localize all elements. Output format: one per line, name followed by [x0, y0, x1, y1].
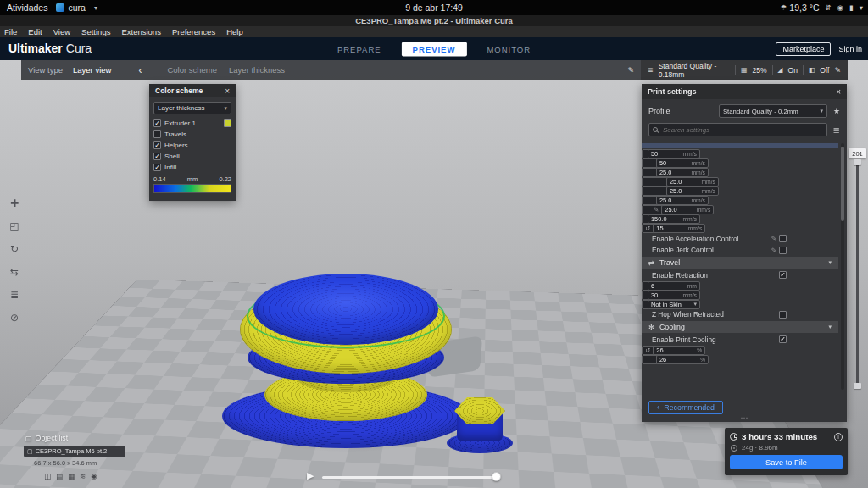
setting-row-enable-jerk-control[interactable]: Enable Jerk Control✎	[642, 245, 838, 257]
reset-icon[interactable]: ↺	[645, 225, 650, 232]
profile-dropdown[interactable]: Standard Quality - 0.2mm ▾	[719, 104, 827, 118]
setting-value-field[interactable]: 30mm/s	[648, 291, 700, 300]
object-list-item[interactable]: ▢ CE3PRO_Tampa M6 pt.2	[24, 446, 125, 457]
volume-icon[interactable]: ◉	[837, 3, 843, 12]
tab-monitor[interactable]: MONITOR	[487, 44, 531, 53]
battery-icon[interactable]: ▮	[849, 3, 854, 12]
network-icon[interactable]: ⇵	[825, 3, 831, 12]
menu-file[interactable]: File	[4, 27, 17, 36]
tool-scale[interactable]: ◰	[4, 216, 25, 236]
scheme-dropdown[interactable]: Layer thickness ▾	[153, 102, 231, 114]
settings-summary-bar[interactable]: ≣ Standard Quality - 0.18mm ▦ 25% ◢ On ◧…	[641, 60, 848, 80]
checkbox-shell[interactable]: ✓	[153, 152, 161, 160]
setting-row-travel-speed[interactable]: Travel Speed150.0mm/s	[642, 214, 694, 224]
pencil-icon[interactable]: ✎	[627, 66, 634, 75]
current-layer-indicator[interactable]: 201	[849, 148, 866, 158]
menu-preferences[interactable]: Preferences	[172, 27, 215, 36]
setting-checkbox[interactable]: ✓	[779, 271, 787, 279]
setting-checkbox[interactable]: ✓	[779, 336, 787, 343]
sign-in-button[interactable]: Sign in	[838, 45, 862, 53]
simulation-slider-handle[interactable]	[492, 472, 501, 481]
setting-row-combing-mode[interactable]: Combing ModeNot in Skin▾	[642, 300, 694, 309]
layer-slider-track[interactable]	[856, 161, 859, 388]
setting-row-regular-fan-speed[interactable]: Regular Fan Speed26%	[642, 355, 694, 364]
setting-row-support-speed[interactable]: Support Speed✎25.0mm/s	[642, 205, 694, 214]
setting-row-initial-layer-speed[interactable]: Initial Layer Speed↺15mm/s	[642, 224, 694, 233]
setting-visibility-menu-icon[interactable]: ≣	[833, 125, 840, 135]
setting-value-field[interactable]: 26%	[656, 355, 709, 364]
search-input[interactable]	[661, 125, 823, 135]
setting-value-field[interactable]: 25.0mm/s	[656, 196, 709, 205]
setting-value-field[interactable]: 25.0mm/s	[661, 205, 714, 214]
play-button[interactable]: ▶	[307, 470, 314, 481]
setting-checkbox[interactable]	[779, 235, 787, 242]
pencil-icon[interactable]: ✎	[834, 66, 841, 75]
setting-checkbox[interactable]	[779, 311, 787, 319]
setting-value-field[interactable]: 50mm/s	[648, 149, 700, 158]
checkbox-helpers[interactable]: ✓	[153, 141, 161, 149]
tool-per-model-settings[interactable]: ≣	[4, 285, 25, 304]
object-list-toggle[interactable]: ▢ Object list	[25, 434, 68, 442]
setting-row-infill-speed[interactable]: Infill Speed50mm/s	[642, 158, 694, 168]
setting-value-field[interactable]: 15mm/s	[653, 224, 705, 233]
color-scheme-value[interactable]: Layer thickness	[229, 65, 285, 75]
setting-value-field[interactable]: 25.0mm/s	[656, 168, 709, 177]
checkbox-infill[interactable]: ✓	[153, 164, 161, 171]
setting-value-field[interactable]: 50mm/s	[656, 158, 709, 168]
color-scheme-panel-header[interactable]: Color scheme ×	[149, 84, 236, 97]
view-type-dropdown[interactable]: Layer view	[73, 65, 111, 75]
scrollbar-thumb[interactable]	[841, 147, 844, 221]
menu-view[interactable]: View	[53, 27, 70, 36]
footer-icon-4[interactable]: ≋	[80, 472, 86, 480]
close-icon[interactable]: ×	[225, 86, 230, 96]
layer-slider-bottom-handle[interactable]	[854, 383, 861, 389]
footer-icon-1[interactable]: ◫	[44, 472, 51, 480]
reset-icon[interactable]: ↺	[645, 347, 650, 354]
collapse-chevron-icon[interactable]: ‹	[138, 64, 142, 76]
setting-value-field[interactable]: 25.0mm/s	[666, 186, 719, 196]
setting-row-enable-print-cooling[interactable]: Enable Print Cooling✓	[642, 334, 838, 346]
star-icon[interactable]: ★	[833, 107, 840, 115]
setting-row-enable-retraction[interactable]: Enable Retraction✓	[642, 269, 838, 281]
layer-slider-top-handle[interactable]	[854, 159, 861, 165]
tab-preview[interactable]: PREVIEW	[402, 42, 467, 56]
footer-icon-3[interactable]: ▦	[68, 472, 75, 480]
clock-calendar[interactable]: 9 de abr 17:49	[405, 0, 463, 15]
setting-row-inner-wall-speed[interactable]: Inner Wall Speed25.0mm/s	[642, 186, 694, 196]
menu-settings[interactable]: Settings	[81, 27, 110, 36]
setting-row-enable-acceleration-control[interactable]: Enable Acceleration Control✎	[642, 233, 838, 245]
setting-value-field[interactable]: 25.0mm/s	[666, 177, 719, 186]
setting-row-wall-speed[interactable]: Wall Speed25.0mm/s	[642, 168, 694, 177]
print-settings-header[interactable]: Print settings ×	[642, 84, 847, 99]
setting-row-retraction-distance[interactable]: Retraction Distance6mm	[642, 281, 694, 291]
setting-value-field[interactable]: 26%	[653, 346, 705, 355]
tool-mirror[interactable]: ⇆	[4, 262, 25, 281]
setting-row-fan-speed[interactable]: Fan Speed↺26%	[642, 346, 694, 355]
activities-button[interactable]: Atividades	[7, 3, 47, 13]
chevron-down-icon[interactable]: ▾	[860, 3, 863, 12]
setting-checkbox[interactable]	[779, 247, 787, 254]
setting-combo[interactable]: Not in Skin▾	[648, 300, 700, 309]
setting-row-z-hop-when-retracted[interactable]: Z Hop When Retracted	[642, 309, 838, 321]
checkbox-travels[interactable]	[153, 130, 161, 138]
info-icon[interactable]: i	[834, 433, 843, 441]
setting-row-outer-wall-speed[interactable]: Outer Wall Speed25.0mm/s	[642, 177, 694, 186]
settings-category-speed-partial[interactable]	[642, 143, 838, 148]
system-tray[interactable]: ☂ 19,3 °C ⇵ ◉ ▮ ▾	[781, 0, 863, 15]
menu-extensions[interactable]: Extensions	[121, 27, 160, 36]
app-menu[interactable]: cura ▾	[56, 3, 97, 13]
panel-resize-handle[interactable]: ⋯	[642, 416, 847, 422]
tool-move[interactable]: ✚	[4, 193, 25, 213]
setting-row-top-bottom-speed[interactable]: Top/Bottom Speed25.0mm/s	[642, 196, 694, 205]
footer-icon-5[interactable]: ◉	[91, 472, 97, 480]
save-to-file-button[interactable]: Save to File	[730, 455, 843, 469]
menu-edit[interactable]: Edit	[28, 27, 42, 36]
recommended-mode-button[interactable]: ‹ Recommended	[648, 401, 723, 414]
close-icon[interactable]: ×	[836, 87, 841, 97]
simulation-slider-track[interactable]	[322, 476, 497, 479]
marketplace-button[interactable]: Marketplace	[776, 42, 831, 56]
tool-rotate[interactable]: ↻	[4, 239, 25, 258]
setting-value-field[interactable]: 6mm	[648, 281, 700, 291]
settings-category-travel[interactable]: ⇄Travel▾	[642, 257, 838, 269]
footer-icon-2[interactable]: ▤	[56, 472, 63, 480]
